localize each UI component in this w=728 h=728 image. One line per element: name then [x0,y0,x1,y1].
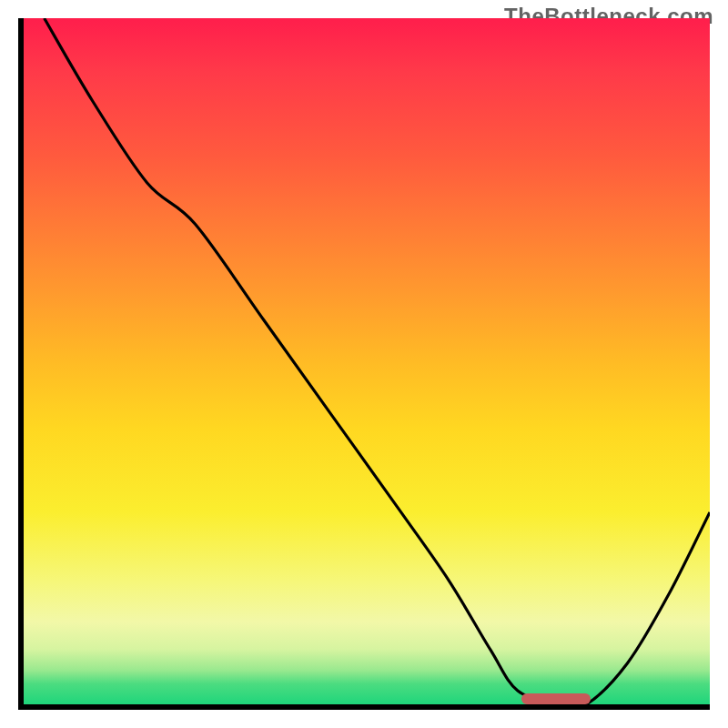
optimal-marker [521,693,591,704]
background-gradient [24,18,710,704]
plot-area [18,18,710,710]
chart-container: TheBottleneck.com [0,0,728,728]
